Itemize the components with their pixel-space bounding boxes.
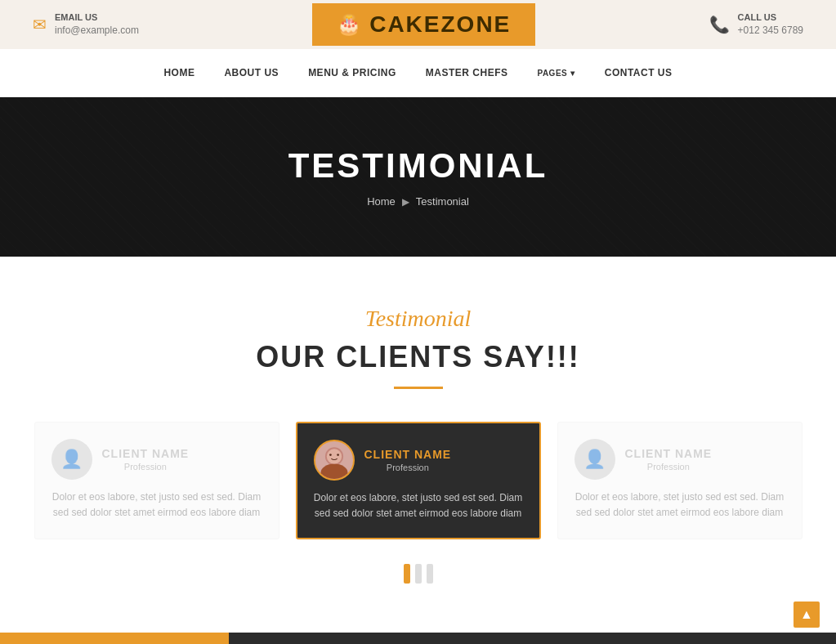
card-name-3: CLIENT NAME <box>625 447 713 460</box>
testimonial-card-1[interactable]: 👤 CLIENT NAME Profession Dolor et eos la… <box>34 422 279 539</box>
card-profession-1: Profession <box>102 462 190 472</box>
card-profession-3: Profession <box>625 462 713 472</box>
email-info: EMAIL US info@example.com <box>55 12 139 37</box>
section-title: OUR CLIENTS SAY!!! <box>33 340 803 374</box>
svg-point-3 <box>329 454 332 456</box>
breadcrumb: Home ▶ Testimonial <box>16 195 820 208</box>
testimonial-section: Testimonial OUR CLIENTS SAY!!! 👤 CLIENT … <box>0 257 836 633</box>
call-value: +012 345 6789 <box>738 25 803 36</box>
breadcrumb-current: Testimonial <box>416 195 469 208</box>
logo-cake-icon: 🎂 <box>337 13 361 36</box>
card-name-2: CLIENT NAME <box>364 448 452 461</box>
dot-3[interactable] <box>427 564 433 584</box>
footer-brand: 🎂 CAKEZONE Lorem diam sit erat dolor eli… <box>0 633 229 644</box>
call-label: CALL US <box>738 12 803 22</box>
testimonial-card-2[interactable]: CLIENT NAME Profession Dolor et eos labo… <box>296 422 541 539</box>
breadcrumb-separator: ▶ <box>402 196 409 208</box>
nav-pages-label: PAGES <box>537 69 567 78</box>
card-text-2: Dolor et eos labore, stet justo sed est … <box>314 490 523 521</box>
email-section: ✉ EMAIL US info@example.com <box>33 12 139 37</box>
email-value: info@example.com <box>55 25 139 36</box>
nav-about[interactable]: ABOUT US <box>209 49 293 96</box>
scroll-top-button[interactable]: ▲ <box>794 602 820 628</box>
nav-pages[interactable]: PAGES ▾ <box>522 51 589 96</box>
email-label: EMAIL US <box>55 12 139 22</box>
nav-home[interactable]: HOME <box>149 49 209 96</box>
card-profession-2: Profession <box>364 463 452 472</box>
avatar-2 <box>314 440 355 481</box>
nav-contact[interactable]: CONTACT US <box>590 49 687 96</box>
hero-banner: TESTIMONIAL Home ▶ Testimonial <box>0 97 836 257</box>
hero-title: TESTIMONIAL <box>16 146 820 186</box>
breadcrumb-home[interactable]: Home <box>367 195 396 208</box>
svg-point-1 <box>320 464 347 481</box>
card-info-3: CLIENT NAME Profession <box>625 447 713 472</box>
call-info: CALL US +012 345 6789 <box>738 12 803 37</box>
card-name-1: CLIENT NAME <box>102 447 190 460</box>
card-header-1: 👤 CLIENT NAME Profession <box>51 439 262 480</box>
email-icon: ✉ <box>33 15 47 34</box>
svg-point-2 <box>326 449 341 463</box>
testimonial-cards: 👤 CLIENT NAME Profession Dolor et eos la… <box>33 422 803 539</box>
card-header-2: CLIENT NAME Profession <box>314 440 523 481</box>
logo-bar: 🎂 CAKEZONE <box>312 3 535 46</box>
section-divider <box>394 387 443 389</box>
card-text-1: Dolor et eos labore, stet justo sed est … <box>51 490 262 521</box>
testimonial-card-3[interactable]: 👤 CLIENT NAME Profession Dolor et eos la… <box>557 422 802 539</box>
footer: 🎂 CAKEZONE Lorem diam sit erat dolor eli… <box>0 633 836 644</box>
call-section: 📞 CALL US +012 345 6789 <box>709 12 803 37</box>
card-header-3: 👤 CLIENT NAME Profession <box>574 439 785 480</box>
card-text-3: Dolor et eos labore, stet justo sed est … <box>574 490 785 521</box>
avatar-1: 👤 <box>51 439 92 480</box>
avatar-3: 👤 <box>574 439 615 480</box>
logo-text: CAKEZONE <box>369 11 511 38</box>
nav-menu[interactable]: MENU & PRICING <box>293 49 411 96</box>
nav-bar: HOME ABOUT US MENU & PRICING MASTER CHEF… <box>0 49 836 97</box>
carousel-dots <box>33 564 803 584</box>
top-bar: ✉ EMAIL US info@example.com 🎂 CAKEZONE 📞… <box>0 0 836 49</box>
card-info-2: CLIENT NAME Profession <box>364 448 452 472</box>
svg-point-4 <box>337 454 339 456</box>
section-script: Testimonial <box>33 306 803 332</box>
chevron-down-icon: ▾ <box>570 69 575 78</box>
dot-1[interactable] <box>404 564 410 584</box>
card-info-1: CLIENT NAME Profession <box>102 447 190 472</box>
call-icon: 📞 <box>709 15 730 34</box>
nav-chefs[interactable]: MASTER CHEFS <box>411 49 523 96</box>
dot-2[interactable] <box>415 564 422 584</box>
